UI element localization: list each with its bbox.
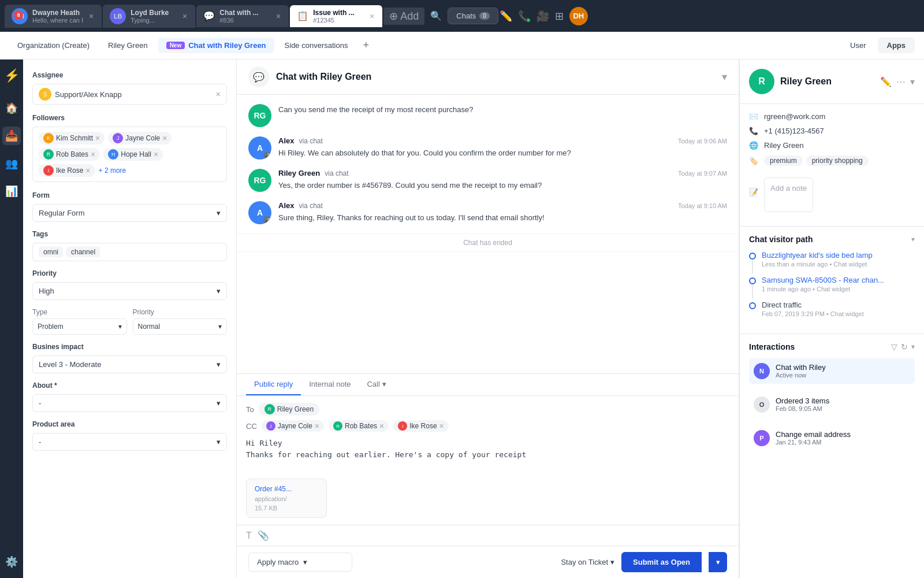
edit-icon[interactable]: ✏️ (880, 76, 892, 87)
priority-label: Priority (32, 269, 227, 277)
submit-dropdown-button[interactable]: ▾ (709, 552, 727, 572)
nav-tab-chat[interactable]: New Chat with Riley Green (158, 38, 274, 53)
product-area-select[interactable]: - ▾ (32, 433, 227, 451)
stay-on-ticket[interactable]: Stay on Ticket ▾ (561, 558, 614, 566)
chats-button[interactable]: Chats 0 (448, 8, 498, 24)
attachment-name: Order #45... (255, 485, 318, 493)
add-tab-nav-button[interactable]: + (358, 37, 374, 54)
reply-text-area[interactable]: Hi Riley Thanks for reaching out earlier… (246, 438, 729, 472)
note-input[interactable]: Add a note (764, 177, 813, 212)
path-link-0[interactable]: Buzzlightyear kid's side bed lamp (762, 251, 915, 260)
priority-select[interactable]: High ▾ (32, 282, 227, 300)
nav-tab-org[interactable]: Organization (Create) (9, 38, 98, 53)
type-select[interactable]: Problem ▾ (32, 318, 127, 335)
business-impact-select[interactable]: Level 3 - Moderate ▾ (32, 355, 227, 373)
followers-label: Followers (32, 114, 227, 122)
about-select[interactable]: - ▾ (32, 394, 227, 412)
more-icon[interactable]: ⋯ (896, 76, 906, 87)
priority-col-select[interactable]: Normal ▾ (133, 318, 228, 335)
tab-avatar-loyd: LB (110, 8, 126, 24)
interaction-2[interactable]: P Change email address Jan 21, 9:43 AM (749, 425, 915, 451)
video-icon[interactable]: 🎥 (536, 10, 549, 23)
cc-jayne-remove[interactable]: × (315, 421, 319, 431)
search-button[interactable]: 🔍 (426, 8, 446, 24)
reply-body: To R Riley Green CC J Jayne Cole × R (237, 396, 739, 525)
follower-remove-rob[interactable]: × (91, 150, 95, 159)
interaction-sub-0: Active now (776, 372, 910, 379)
user-avatar[interactable]: DH (569, 7, 588, 25)
attach-icon[interactable]: 📎 (258, 530, 269, 541)
priority-col: Priority Normal ▾ (133, 308, 228, 335)
visitor-path-chevron[interactable]: ▾ (911, 235, 915, 243)
chats-count: 0 (479, 12, 490, 20)
tab-chat836[interactable]: 💬 Chat with ... #836 × (196, 5, 289, 27)
reply-tab-public[interactable]: Public reply (246, 374, 301, 395)
follower-ike: I Ike Rose × (39, 164, 95, 177)
nav-tab-riley[interactable]: Riley Green (100, 38, 156, 53)
priority-col-label: Priority (133, 308, 228, 316)
priority-col-value: Normal (138, 323, 161, 331)
sidebar-settings-icon[interactable]: ⚙️ (2, 553, 21, 571)
tab-issue12345[interactable]: 📋 Issue with ... #12345 × (290, 5, 382, 27)
follower-avatar-jayne: J (113, 133, 123, 143)
tab-close-issue12345[interactable]: × (368, 10, 375, 22)
submit-button[interactable]: Submit as Open (621, 552, 702, 572)
tab-name-dwayne: Dwayne Heath (32, 9, 83, 17)
reply-tab-call[interactable]: Call ▾ (359, 374, 394, 395)
cc-jayne-name: Jayne Cole (278, 422, 312, 430)
interaction-0[interactable]: N Chat with Riley Active now (749, 358, 915, 384)
reply-tab-internal[interactable]: Internal note (301, 374, 359, 395)
right-panel: R Riley Green ✏️ ⋯ ▾ ✉️ rgreen@work.com … (739, 60, 924, 578)
sidebar-inbox-icon[interactable]: 📥 (2, 127, 21, 145)
filter-icon[interactable]: ▽ (891, 342, 897, 351)
to-riley-chip[interactable]: R Riley Green (259, 403, 319, 416)
assignee-box[interactable]: S Support/Alex Knapp × (32, 84, 227, 105)
compose-icon[interactable]: ✏️ (500, 10, 512, 23)
interactions-chevron[interactable]: ▾ (911, 343, 915, 351)
tab-loyd[interactable]: LB Loyd Burke Typing... × (103, 5, 195, 28)
product-area-label: Product area (32, 420, 227, 428)
collapse-icon[interactable]: ▾ (910, 76, 915, 87)
chat-expand-icon[interactable]: ▾ (722, 71, 727, 83)
follower-avatar-hope: H (108, 149, 118, 160)
add-tab-button[interactable]: ⊕ Add (383, 8, 424, 25)
cc-ike-remove[interactable]: × (439, 421, 444, 431)
apps-icon[interactable]: ⊞ (555, 10, 564, 23)
sidebar-users-icon[interactable]: 👥 (2, 154, 21, 173)
tags-box[interactable]: omni channel (32, 243, 227, 261)
follower-name-kim: Kim Schmitt (56, 134, 93, 142)
interactions-section: Interactions ▽ ↻ ▾ N Chat with Riley Act… (740, 334, 924, 467)
chat-panel: 💬 Chat with Riley Green ▾ RG Can you sen… (237, 60, 739, 578)
cc-rob-remove[interactable]: × (379, 421, 384, 431)
phone-icon[interactable]: 📞 (518, 10, 531, 23)
follower-remove-jayne[interactable]: × (162, 134, 167, 143)
path-line-0 (752, 260, 753, 273)
cc-row: CC J Jayne Cole × R Rob Bates × I Ike Ro… (246, 420, 729, 432)
tag-priority: priority shopping (806, 155, 869, 166)
apps-tab-button[interactable]: Apps (878, 38, 915, 53)
refresh-icon[interactable]: ↻ (901, 342, 908, 351)
follower-remove-ike[interactable]: × (85, 166, 90, 175)
logo-icon[interactable]: ⚡ (2, 66, 21, 85)
follower-hope: H Hope Hall × (103, 148, 163, 161)
sidebar-reports-icon[interactable]: 📊 (2, 182, 21, 201)
nav-tab-side-conversations[interactable]: Side conversations (277, 38, 356, 53)
tab-close-loyd[interactable]: × (181, 10, 188, 22)
form-select[interactable]: Regular Form ▾ (32, 204, 227, 222)
sidebar-home-icon[interactable]: 🏠 (2, 99, 21, 117)
follower-remove-kim[interactable]: × (95, 134, 100, 143)
msg-via-4: via chat (299, 202, 322, 210)
macro-select[interactable]: Apply macro ▾ (248, 553, 352, 572)
tab-close-dwayne[interactable]: × (88, 10, 95, 22)
user-tab-button[interactable]: User (841, 38, 875, 53)
format-icon[interactable]: T (246, 531, 252, 541)
path-link-1[interactable]: Samsung SWA-8500S - Rear chan... (762, 276, 915, 284)
interaction-1[interactable]: O Ordered 3 items Feb 08, 9:05 AM (749, 392, 915, 417)
followers-more[interactable]: + 2 more (99, 166, 126, 175)
path-line-1 (752, 285, 753, 298)
tab-close-chat836[interactable]: × (275, 10, 282, 22)
cc-ike-name: Ike Rose (409, 422, 437, 430)
assignee-remove[interactable]: × (216, 90, 221, 99)
tab-dwayne[interactable]: DH 8 Dwayne Heath Hello, where can I × (5, 5, 102, 28)
follower-remove-hope[interactable]: × (154, 150, 158, 159)
